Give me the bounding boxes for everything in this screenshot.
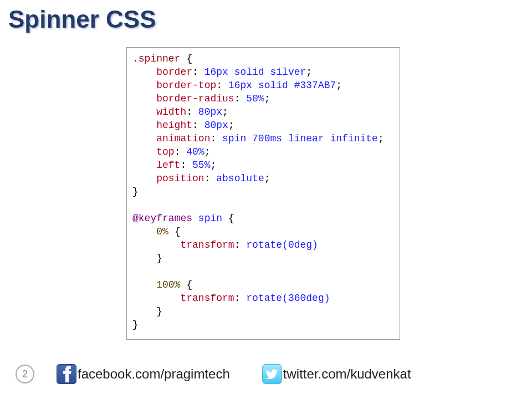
page-number: 2 (16, 365, 34, 383)
facebook-link[interactable]: facebook.com/pragimtech (57, 364, 230, 384)
twitter-text: twitter.com/kudvenkat (283, 366, 411, 382)
page-title: Spinner CSS (8, 6, 156, 33)
facebook-icon (57, 364, 76, 384)
facebook-text: facebook.com/pragimtech (78, 366, 230, 382)
twitter-icon (262, 364, 282, 384)
footer: 2 facebook.com/pragimtech twitter.com/ku… (0, 360, 532, 388)
code-block: .spinner { border: 16px solid silver; bo… (126, 47, 400, 340)
twitter-link[interactable]: twitter.com/kudvenkat (262, 364, 411, 384)
